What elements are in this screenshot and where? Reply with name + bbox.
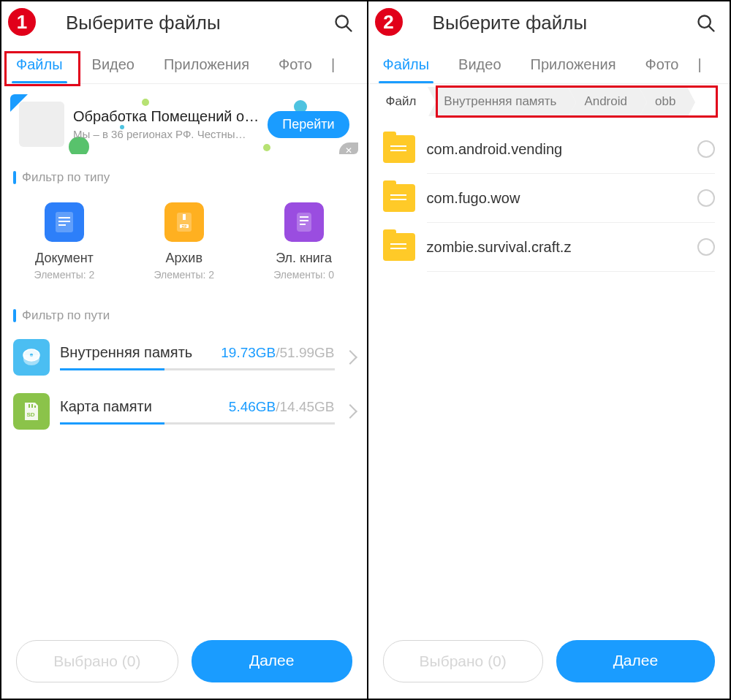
tab-files[interactable]: Файлы bbox=[368, 47, 444, 83]
storage-sdcard[interactable]: SD Карта памяти 5.46GB/14.45GB bbox=[13, 384, 355, 438]
pane-1: 1 Выберите файлы Файлы Видео Приложения … bbox=[0, 0, 368, 700]
tabs: Файлы Видео Приложения Фото | bbox=[368, 47, 730, 84]
svg-rect-17 bbox=[29, 404, 30, 408]
svg-rect-3 bbox=[58, 217, 70, 218]
filter-by-type-section: Фильтр по типу bbox=[1, 157, 367, 189]
select-radio[interactable] bbox=[697, 140, 715, 158]
category-name: Документ bbox=[7, 251, 121, 266]
svg-rect-12 bbox=[300, 220, 308, 221]
file-list: com.android.vending com.fugo.wow zombie.… bbox=[368, 119, 730, 278]
tab-video[interactable]: Видео bbox=[77, 47, 149, 83]
storage-name: Внутренняя память bbox=[60, 344, 221, 361]
highlight-tab-files bbox=[4, 51, 80, 86]
sd-icon: SD bbox=[13, 393, 50, 430]
category-document[interactable]: Документ Элементы: 2 bbox=[4, 195, 124, 288]
category-ebook[interactable]: Эл. книга Элементы: 0 bbox=[244, 195, 364, 288]
tab-more[interactable]: | bbox=[694, 47, 702, 83]
search-icon[interactable] bbox=[696, 13, 716, 34]
ad-go-button[interactable]: Перейти bbox=[268, 111, 349, 138]
category-archive[interactable]: ZIP Архив Элементы: 2 bbox=[124, 195, 244, 288]
svg-line-22 bbox=[709, 26, 713, 31]
svg-rect-10 bbox=[297, 213, 311, 232]
storage-bar bbox=[60, 422, 335, 425]
ad-title: Обработка Помещений о… bbox=[73, 108, 259, 125]
select-radio[interactable] bbox=[697, 238, 715, 256]
category-name: Эл. книга bbox=[247, 251, 361, 266]
category-count: Элементы: 0 bbox=[247, 269, 361, 281]
tab-more[interactable]: | bbox=[327, 47, 335, 83]
folder-icon bbox=[383, 233, 415, 261]
svg-rect-13 bbox=[300, 224, 306, 225]
ad-card[interactable]: Обработка Помещений о… Мы – в 36 региона… bbox=[10, 94, 358, 154]
storage-list: Внутренняя память 19.73GB/51.99GB SD Кар… bbox=[1, 327, 367, 438]
footer: Выбрано (0) Далее bbox=[368, 627, 730, 699]
chevron-right-icon bbox=[343, 350, 357, 365]
storage-used: 5.46GB bbox=[229, 399, 276, 415]
page-title: Выберите файлы bbox=[382, 12, 696, 34]
svg-rect-18 bbox=[31, 404, 33, 408]
list-item[interactable]: com.android.vending bbox=[368, 125, 730, 173]
storage-fill bbox=[60, 368, 164, 370]
crumb-root[interactable]: Файл bbox=[379, 87, 428, 116]
header: Выберите файлы bbox=[368, 1, 730, 47]
file-name: zombie.survival.craft.z bbox=[415, 239, 697, 256]
ebook-icon bbox=[284, 202, 324, 242]
filter-path-header: Фильтр по пути bbox=[13, 308, 355, 323]
chevron-right-icon bbox=[343, 404, 357, 419]
search-icon[interactable] bbox=[333, 13, 354, 34]
file-name: com.android.vending bbox=[415, 141, 697, 158]
svg-rect-5 bbox=[58, 224, 66, 226]
file-name: com.fugo.wow bbox=[415, 190, 697, 207]
highlight-breadcrumb bbox=[436, 85, 718, 118]
next-button[interactable]: Далее bbox=[192, 640, 352, 682]
svg-rect-19 bbox=[34, 406, 36, 408]
step-badge-1: 1 bbox=[6, 6, 38, 38]
next-button[interactable]: Далее bbox=[556, 640, 715, 682]
step-badge-2: 2 bbox=[373, 6, 405, 38]
category-name: Архив bbox=[127, 251, 241, 266]
svg-rect-4 bbox=[58, 221, 70, 222]
tab-photo[interactable]: Фото bbox=[631, 47, 694, 83]
disk-icon bbox=[13, 339, 50, 376]
storage-used: 19.73GB bbox=[221, 345, 276, 361]
header: Выберите файлы bbox=[1, 1, 367, 47]
svg-line-1 bbox=[346, 26, 351, 31]
category-count: Элементы: 2 bbox=[7, 269, 121, 281]
document-icon bbox=[45, 202, 84, 242]
svg-text:SD: SD bbox=[26, 411, 34, 418]
storage-internal[interactable]: Внутренняя память 19.73GB/51.99GB bbox=[13, 330, 355, 384]
filter-by-path-section: Фильтр по пути bbox=[1, 295, 367, 327]
svg-rect-7 bbox=[183, 214, 186, 220]
pane-2: 2 Выберите файлы Файлы Видео Приложения … bbox=[368, 0, 731, 700]
list-item[interactable]: com.fugo.wow bbox=[368, 174, 730, 222]
tab-photo[interactable]: Фото bbox=[264, 47, 327, 83]
tab-apps[interactable]: Приложения bbox=[516, 47, 631, 83]
storage-name: Карта памяти bbox=[60, 398, 229, 415]
categories: Документ Элементы: 2 ZIP Архив Элементы:… bbox=[1, 189, 367, 295]
folder-icon bbox=[383, 184, 415, 212]
filter-type-header: Фильтр по типу bbox=[13, 170, 355, 185]
footer: Выбрано (0) Далее bbox=[1, 627, 367, 699]
tab-video[interactable]: Видео bbox=[444, 47, 515, 83]
selected-count-button[interactable]: Выбрано (0) bbox=[16, 640, 178, 682]
storage-bar bbox=[60, 368, 335, 370]
archive-icon: ZIP bbox=[164, 202, 204, 242]
category-count: Элементы: 2 bbox=[127, 269, 241, 281]
ad-thumbnail bbox=[19, 102, 64, 147]
list-item[interactable]: zombie.survival.craft.z bbox=[368, 223, 730, 271]
folder-icon bbox=[383, 135, 415, 163]
ad-subtitle: Мы – в 36 регионах РФ. Честны… bbox=[73, 128, 259, 140]
select-radio[interactable] bbox=[697, 189, 715, 207]
selected-count-button[interactable]: Выбрано (0) bbox=[383, 640, 543, 682]
tab-apps[interactable]: Приложения bbox=[149, 47, 264, 83]
svg-rect-11 bbox=[300, 216, 308, 218]
svg-text:ZIP: ZIP bbox=[181, 225, 186, 229]
storage-fill bbox=[60, 422, 164, 425]
page-title: Выберите файлы bbox=[15, 12, 333, 34]
